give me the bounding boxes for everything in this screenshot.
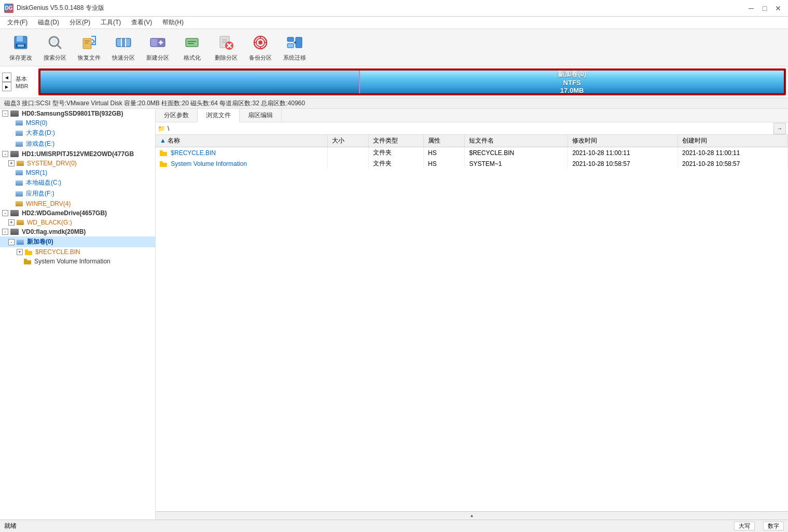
tree-youxi[interactable]: 游戏盘(E:) [0, 138, 155, 149]
toolbar-new-partition-button[interactable]: 新建分区 [141, 31, 174, 64]
menu-disk[interactable]: 磁盘(D) [33, 17, 64, 29]
menu-file[interactable]: 文件(F) [2, 17, 33, 29]
partition-icon-msr1 [16, 170, 23, 175]
menu-tools[interactable]: 工具(T) [95, 17, 126, 29]
svg-rect-8 [85, 40, 90, 41]
tree-system-drv[interactable]: + SYSTEM_DRV(0) [0, 159, 155, 168]
disk-info-text: 磁盘3 接口:SCSI 型号:VMware Virtual Disk 容量:20… [4, 99, 305, 108]
expand-newvol[interactable]: - [8, 239, 15, 245]
file-attr-cell: HS [424, 147, 465, 159]
menu-help[interactable]: 帮助(H) [157, 17, 189, 29]
tree-appf[interactable]: 应用盘(F:) [0, 188, 155, 199]
tree-hd2[interactable]: - HD2:WDGameDrive(4657GB) [0, 208, 155, 218]
table-row[interactable]: $RECYCLE.BIN 文件夹 HS $RECYCLE.BIN 2021-10… [156, 147, 788, 159]
path-input[interactable] [168, 125, 773, 132]
col-header-type[interactable]: 文件类型 [369, 135, 424, 147]
expand-hd1[interactable]: - [2, 151, 8, 157]
tree-hd2-label: HD2:WDGameDrive(4657GB) [22, 209, 107, 217]
menu-bar: 文件(F) 磁盘(D) 分区(P) 工具(T) 查看(V) 帮助(H) [0, 17, 788, 29]
svg-rect-17 [151, 39, 157, 46]
toolbar-backup-label: 备份分区 [249, 54, 272, 62]
expand-hd0[interactable]: - [2, 110, 8, 117]
toolbar-save-button[interactable]: 保存更改 [4, 31, 37, 64]
tree-sysvolinfo[interactable]: System Volume Information [0, 257, 155, 266]
col-header-modtime[interactable]: 修改时间 [568, 135, 678, 147]
restore-icon [80, 33, 99, 52]
disk-segment-label1: 新加卷(0) [558, 71, 586, 79]
file-createtime-cell: 2021-10-28 11:00:11 [678, 147, 788, 159]
tree-sysvolinfo-label: System Volume Information [34, 258, 110, 265]
tab-browse-files[interactable]: 浏览文件 [198, 109, 240, 122]
toolbar-migrate-label: 系统迁移 [283, 54, 306, 62]
disk-info-bar: 磁盘3 接口:SCSI 型号:VMware Virtual Disk 容量:20… [0, 97, 788, 109]
col-header-attr[interactable]: 属性 [424, 135, 465, 147]
svg-line-5 [57, 45, 61, 48]
col-header-name[interactable]: ▲ 名称 [156, 135, 327, 147]
tree-wdblack-label: WD_BLACK(G:) [27, 219, 72, 226]
file-shortname-cell: SYSTEM~1 [465, 158, 568, 169]
tree-msr1[interactable]: MSR(1) [0, 168, 155, 177]
minimize-button[interactable]: ─ [745, 3, 757, 14]
toolbar-restore-button[interactable]: 恢复文件 [73, 31, 106, 64]
partition-icon-msr0 [16, 120, 23, 125]
file-shortname-cell: $RECYCLE.BIN [465, 147, 568, 159]
toolbar-quick-partition-button[interactable]: 快速分区 [107, 31, 140, 64]
right-panel: 分区参数 浏览文件 扇区编辑 📁 → ▲ 名称 [156, 109, 788, 520]
nav-forward-button[interactable]: ► [2, 82, 11, 91]
quick-partition-icon [114, 33, 133, 52]
svg-rect-9 [85, 43, 89, 44]
tree-vd0[interactable]: - VD0:flag.vmdk(20MB) [0, 227, 155, 236]
toolbar-migrate-button[interactable]: 系统迁移 [278, 31, 311, 64]
disk-segment-active[interactable]: 新加卷(0) NTFS 17.0MB [360, 71, 784, 93]
tree-darui[interactable]: 大赛盘(D:) [0, 128, 155, 138]
horizontal-scrollbar[interactable]: ▲ [156, 511, 788, 520]
tab-sector-edit[interactable]: 扇区编辑 [240, 109, 282, 122]
restore-button[interactable]: □ [759, 3, 770, 14]
file-name[interactable]: $RECYCLE.BIN [171, 149, 216, 157]
nav-buttons: ◄ ► [2, 73, 11, 91]
toolbar-search-button[interactable]: 搜索分区 [38, 31, 72, 64]
col-header-shortname[interactable]: 短文件名 [465, 135, 568, 147]
toolbar-quick-partition-label: 快速分区 [112, 54, 135, 62]
partition-icon-newvol [17, 240, 24, 245]
partition-icon-winre [16, 201, 23, 206]
expand-vd0[interactable]: - [2, 229, 8, 235]
toolbar-backup-button[interactable]: 备份分区 [244, 31, 277, 64]
file-modtime-cell: 2021-10-28 11:00:11 [568, 147, 678, 159]
expand-hd2[interactable]: - [2, 210, 8, 216]
tree-wdblack[interactable]: + WD_BLACK(G:) [0, 218, 155, 227]
toolbar-format-button[interactable]: 格式化 [175, 31, 209, 64]
tree-newvol[interactable]: - 新加卷(0) [0, 236, 155, 247]
svg-rect-14 [122, 39, 125, 46]
disk-icon-hd1 [10, 151, 19, 157]
tree-winre[interactable]: WINRE_DRV(4) [0, 199, 155, 208]
file-type-cell: 文件夹 [369, 158, 424, 169]
nav-back-button[interactable]: ◄ [2, 73, 11, 82]
col-header-createtime[interactable]: 创建时间 [678, 135, 788, 147]
file-table-header: ▲ 名称 大小 文件类型 属性 短文件名 修改时间 创建时间 [156, 135, 788, 147]
toolbar-delete-partition-button[interactable]: 删除分区 [210, 31, 243, 64]
file-name[interactable]: System Volume Information [171, 160, 247, 167]
disk-segment-used[interactable] [40, 71, 360, 93]
file-name-cell: System Volume Information [156, 158, 327, 169]
tree-localc[interactable]: 本地磁盘(C:) [0, 177, 155, 188]
file-attr-cell: HS [424, 158, 465, 169]
table-row[interactable]: System Volume Information 文件夹 HS SYSTEM~… [156, 158, 788, 169]
tree-recycle-bin[interactable]: + $RECYCLE.BIN [0, 247, 155, 257]
disk-icon-hd2 [10, 210, 19, 216]
close-button[interactable]: ✕ [772, 3, 784, 14]
tree-hd0[interactable]: - HD0:SamsungSSD9801TB(932GB) [0, 109, 155, 118]
menu-view[interactable]: 查看(V) [126, 17, 157, 29]
file-table-scroll[interactable]: ▲ 名称 大小 文件类型 属性 短文件名 修改时间 创建时间 [156, 135, 788, 511]
col-header-size[interactable]: 大小 [327, 135, 368, 147]
expand-system-drv[interactable]: + [8, 160, 15, 166]
tab-partition-params[interactable]: 分区参数 [156, 109, 198, 122]
expand-wdblack[interactable]: + [8, 219, 15, 226]
menu-partition[interactable]: 分区(P) [64, 17, 95, 29]
path-nav-button[interactable]: → [773, 123, 786, 134]
tree-msr0[interactable]: MSR(0) [0, 118, 155, 128]
svg-rect-21 [186, 39, 198, 46]
tree-hd1[interactable]: - HD1:UMISRPITJ512VME2OWD(477GB [0, 149, 155, 159]
expand-recycle-bin[interactable]: + [17, 249, 23, 255]
status-bar: 就绪 大写 数字 [0, 520, 788, 532]
